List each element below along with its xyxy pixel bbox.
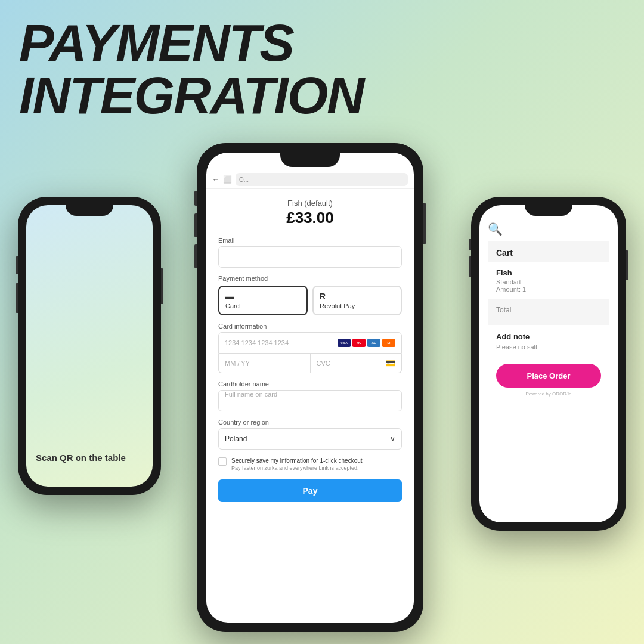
card-bottom-row: MM / YY CVC 💳	[218, 354, 402, 373]
place-order-label: Place Order	[527, 371, 571, 380]
tab-icon[interactable]: ⬜	[223, 175, 232, 184]
save-sublabel: Pay faster on zurka and everywhere Link …	[231, 465, 363, 471]
card-icon: ▬	[225, 292, 301, 301]
revolut-icon: R	[320, 292, 395, 301]
card-info-label: Card information	[218, 323, 402, 330]
search-icon[interactable]: 🔍	[488, 222, 609, 236]
cvc-input[interactable]: CVC 💳	[311, 354, 402, 373]
cart-section: Cart Fish Standart Amount: 1 Total	[488, 241, 609, 325]
phone-left: Scan QR on the table	[18, 197, 161, 495]
place-order-button[interactable]: Place Order	[496, 364, 601, 388]
expiry-placeholder: MM / YY	[225, 360, 250, 367]
card-logos: VISA MC AE DI	[338, 339, 395, 347]
title-line2: INTEGRATION	[19, 69, 364, 122]
add-note-section: Add note Please no salt	[488, 326, 609, 357]
cart-item-name: Fish	[496, 268, 601, 277]
add-note-title: Add note	[496, 332, 601, 341]
revolut-payment-btn[interactable]: R Revolut Pay	[312, 286, 402, 315]
country-select[interactable]: Poland ∨	[218, 428, 402, 450]
email-input[interactable]	[218, 246, 402, 268]
pay-button[interactable]: Pay	[218, 479, 402, 502]
save-checkbox-row: Securely save my information for 1-click…	[218, 457, 402, 471]
expiry-input[interactable]: MM / YY	[219, 354, 311, 373]
phone-left-screen: Scan QR on the table	[26, 205, 153, 487]
revolut-label: Revolut Pay	[320, 302, 395, 309]
url-text: O...	[239, 177, 249, 183]
country-value: Poland	[225, 435, 247, 443]
payment-form: Fish (default) £33.00 Email Payment meth…	[206, 189, 414, 512]
cvc-icon: 💳	[385, 358, 395, 368]
title-line1: PAYMENTS	[19, 17, 364, 69]
url-bar[interactable]: O...	[236, 173, 408, 186]
cardholder-label: Cardholder name	[218, 380, 402, 388]
payment-method-section: Payment method ▬ Card R Revolut Pay	[218, 275, 402, 315]
payment-method-label: Payment method	[218, 275, 402, 282]
add-note-text: Please no salt	[496, 343, 601, 351]
mastercard-logo: MC	[352, 339, 366, 347]
browser-bar: ← ⬜ O...	[206, 168, 414, 189]
card-info-section: Card information 1234 1234 1234 1234 VIS…	[218, 323, 402, 373]
card-payment-btn[interactable]: ▬ Card	[218, 286, 308, 315]
cart-item: Fish Standart Amount: 1	[488, 262, 609, 299]
amex-logo: AE	[367, 339, 380, 347]
card-number-row[interactable]: 1234 1234 1234 1234 VISA MC AE DI	[218, 332, 402, 354]
chevron-down-icon: ∨	[390, 435, 395, 443]
country-label: Country or region	[218, 419, 402, 426]
powered-by: Powered by ORORJe	[488, 391, 609, 397]
card-label: Card	[225, 302, 301, 309]
phone-right: 🔍 Cart Fish Standart Amount: 1 Total Add…	[471, 197, 626, 531]
phone-center-screen: ← ⬜ O... Fish (default) £33.00 Email Pay…	[206, 153, 414, 623]
save-label: Securely save my information for 1-click…	[231, 457, 363, 465]
cart-item-detail1: Standart	[496, 278, 601, 286]
product-price: £33.00	[218, 209, 402, 227]
email-label: Email	[218, 237, 402, 244]
page-title: PAYMENTS INTEGRATION	[19, 17, 364, 122]
notch-left	[66, 205, 113, 216]
scan-qr-text: Scan QR on the table	[36, 453, 126, 463]
cvc-placeholder: CVC	[317, 360, 330, 367]
product-name: Fish (default)	[218, 199, 402, 208]
back-button[interactable]: ←	[212, 175, 219, 184]
payment-methods: ▬ Card R Revolut Pay	[218, 286, 402, 315]
discover-logo: DI	[382, 339, 395, 347]
right-phone-content: 🔍 Cart Fish Standart Amount: 1 Total Add…	[479, 205, 618, 405]
cardholder-placeholder: Full name on card	[225, 391, 277, 398]
phone-right-screen: 🔍 Cart Fish Standart Amount: 1 Total Add…	[479, 205, 618, 522]
save-text-block: Securely save my information for 1-click…	[231, 457, 363, 471]
cart-total: Total	[488, 300, 609, 320]
notch-right	[525, 205, 572, 216]
notch-center	[280, 153, 340, 167]
visa-logo: VISA	[338, 339, 351, 347]
cart-title: Cart	[488, 246, 609, 262]
cardholder-input[interactable]: Full name on card	[218, 390, 402, 411]
phone-center: ← ⬜ O... Fish (default) £33.00 Email Pay…	[197, 143, 423, 632]
card-number-placeholder: 1234 1234 1234 1234	[225, 339, 289, 346]
pay-button-label: Pay	[303, 486, 318, 496]
cart-item-detail2: Amount: 1	[496, 286, 601, 293]
save-checkbox[interactable]	[218, 457, 227, 466]
